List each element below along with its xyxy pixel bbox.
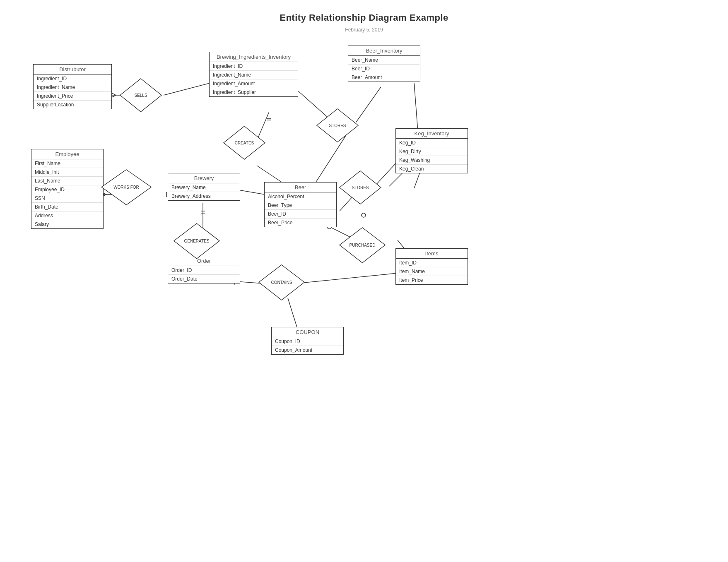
svg-line-30: [296, 273, 398, 283]
emp-attr-2: Middle_Init: [31, 168, 103, 177]
brewing-attr-2: Ingredient_Name: [210, 71, 298, 79]
distributor-attr-2: Ingredient_Name: [34, 83, 111, 92]
beer-attr-2: Beer_Type: [265, 201, 336, 210]
entity-brewing-ingredients: Brewing_Ingredients_Inventory Ingredient…: [209, 52, 298, 97]
emp-attr-6: Birth_Date: [31, 203, 103, 211]
beer-header: Beer: [265, 183, 336, 192]
svg-text:CREATES: CREATES: [235, 141, 254, 145]
emp-attr-3: Last_Name: [31, 177, 103, 185]
entity-keg-inventory: Keg_Inventory Keg_ID Keg_Dirty Keg_Washi…: [395, 128, 468, 173]
svg-text:WORKS FOR: WORKS FOR: [113, 185, 139, 190]
relationship-generates: GENERATES: [172, 221, 222, 261]
svg-line-37: [288, 298, 298, 331]
subtitle: February 5, 2019: [280, 27, 448, 33]
relationship-stores-top: STORES: [315, 107, 360, 144]
keg-attr-3: Keg_Washing: [396, 156, 468, 165]
entity-employee: Employee First_Name Middle_Init Last_Nam…: [31, 149, 104, 229]
distributor-header: Distrubutor: [34, 65, 111, 74]
svg-text:GENERATES: GENERATES: [184, 239, 210, 243]
erd-diagram: Entity Relationship Diagram Example Febr…: [0, 0, 728, 562]
beer-attr-3: Beer_ID: [265, 210, 336, 219]
emp-attr-1: First_Name: [31, 159, 103, 168]
title-section: Entity Relationship Diagram Example Febr…: [280, 12, 448, 33]
items-header: Items: [396, 249, 468, 259]
svg-text:PURCHASED: PURCHASED: [350, 243, 376, 247]
beer-inv-attr-3: Beer_Amount: [348, 73, 420, 82]
coupon-attr-1: Coupon_ID: [272, 337, 343, 346]
order-attr-2: Order_Date: [168, 275, 240, 283]
svg-text:CONTAINS: CONTAINS: [271, 280, 292, 285]
relationship-works-for: WORKS FOR: [99, 168, 153, 207]
svg-text:STORES: STORES: [329, 123, 346, 128]
items-attr-1: Item_ID: [396, 259, 468, 267]
relationship-purchased: PURCHASED: [337, 226, 387, 265]
entity-brewery: Brewery Brewery_Name Brewery_Address: [168, 173, 240, 201]
title-underline: [280, 25, 448, 25]
keg-attr-4: Keg_Clean: [396, 165, 468, 173]
emp-attr-8: Salary: [31, 220, 103, 228]
beer-attr-1: Alcohol_Percent: [265, 192, 336, 201]
keg-attr-2: Keg_Dirty: [396, 147, 468, 156]
entity-coupon: COUPON Coupon_ID Coupon_Amount: [271, 327, 344, 355]
entity-beer: Beer Alcohol_Percent Beer_Type Beer_ID B…: [264, 182, 337, 227]
main-title: Entity Relationship Diagram Example: [280, 12, 448, 23]
order-attr-1: Order_ID: [168, 266, 240, 275]
relationship-creates: CREATES: [222, 124, 267, 161]
coupon-attr-2: Coupon_Amount: [272, 346, 343, 354]
distributor-attr-4: SupplierLocation: [34, 101, 111, 109]
items-attr-3: Item_Price: [396, 276, 468, 284]
brewing-attr-1: Ingredient_ID: [210, 62, 298, 71]
entity-items: Items Item_ID Item_Name Item_Price: [395, 248, 468, 285]
keg-inventory-header: Keg_Inventory: [396, 129, 468, 139]
distributor-attr-3: Ingredient_Price: [34, 92, 111, 101]
svg-line-1: [164, 83, 211, 95]
relationship-contains: CONTAINS: [257, 263, 306, 302]
emp-attr-5: SSN: [31, 194, 103, 203]
brewery-attr-1: Brewery_Name: [168, 183, 240, 192]
beer-inv-attr-2: Beer_ID: [348, 65, 420, 73]
svg-point-44: [362, 213, 366, 217]
entity-distributor: Distrubutor Ingredient_ID Ingredient_Nam…: [33, 64, 112, 109]
items-attr-2: Item_Name: [396, 267, 468, 276]
beer-inv-attr-1: Beer_Name: [348, 56, 420, 65]
emp-attr-7: Address: [31, 211, 103, 220]
svg-line-45: [112, 93, 116, 95]
svg-text:STORES: STORES: [352, 185, 369, 190]
svg-line-17: [236, 190, 265, 195]
beer-attr-4: Beer_Price: [265, 219, 336, 227]
keg-attr-1: Keg_ID: [396, 139, 468, 147]
emp-attr-4: Employee_ID: [31, 185, 103, 194]
brewery-header: Brewery: [168, 173, 240, 183]
svg-text:SELLS: SELLS: [134, 93, 147, 98]
brewing-attr-3: Ingredient_Amount: [210, 79, 298, 88]
brewery-attr-2: Brewery_Address: [168, 192, 240, 200]
employee-header: Employee: [31, 149, 103, 159]
relationship-sells: SELLS: [118, 77, 164, 114]
distributor-attr-1: Ingredient_ID: [34, 74, 111, 83]
brewing-attr-4: Ingredient_Supplier: [210, 88, 298, 96]
entity-beer-inventory: Beer_Inventory Beer_Name Beer_ID Beer_Am…: [348, 46, 420, 82]
relationship-stores-keg: STORES: [337, 169, 383, 206]
brewing-header: Brewing_Ingredients_Inventory: [210, 52, 298, 62]
coupon-header: COUPON: [272, 327, 343, 337]
svg-line-46: [112, 95, 116, 97]
beer-inventory-header: Beer_Inventory: [348, 46, 420, 56]
